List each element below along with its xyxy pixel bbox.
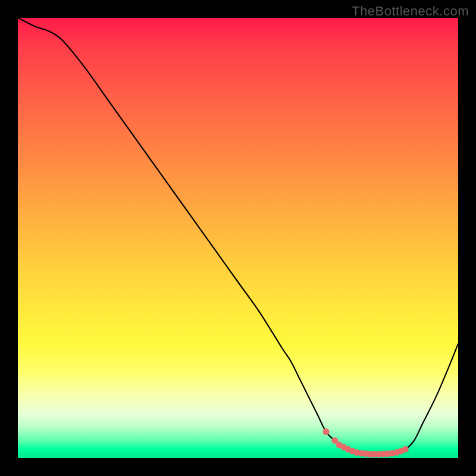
minimum-dot [402,446,409,453]
bottleneck-curve [18,18,458,454]
chart-svg [18,18,458,458]
minimum-dot [323,428,330,435]
watermark-text: TheBottleneck.com [352,4,469,19]
minimum-dots-group [323,428,409,458]
plot-area [18,18,458,458]
